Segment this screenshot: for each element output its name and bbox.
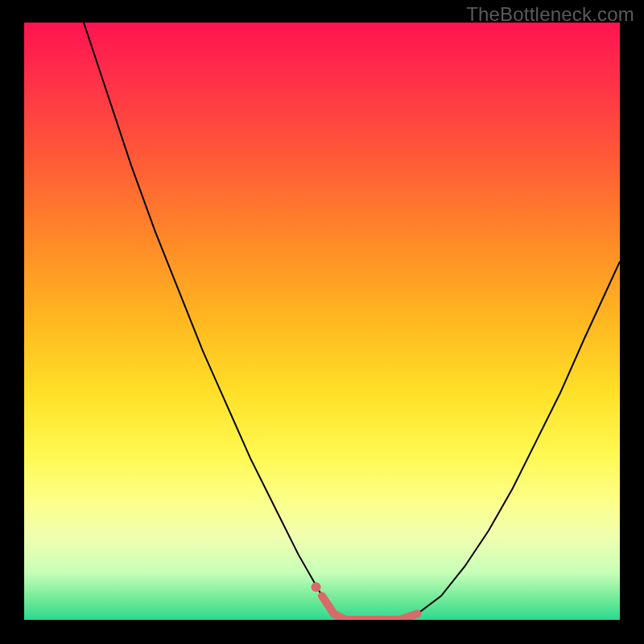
bottleneck-curve [84,23,620,620]
plot-area [24,23,620,620]
watermark-text: TheBottleneck.com [466,3,634,26]
chart-svg [24,23,620,620]
chart-frame: TheBottleneck.com [0,0,644,644]
optimal-range-dot [312,582,321,592]
optimal-range-marker [322,596,417,620]
